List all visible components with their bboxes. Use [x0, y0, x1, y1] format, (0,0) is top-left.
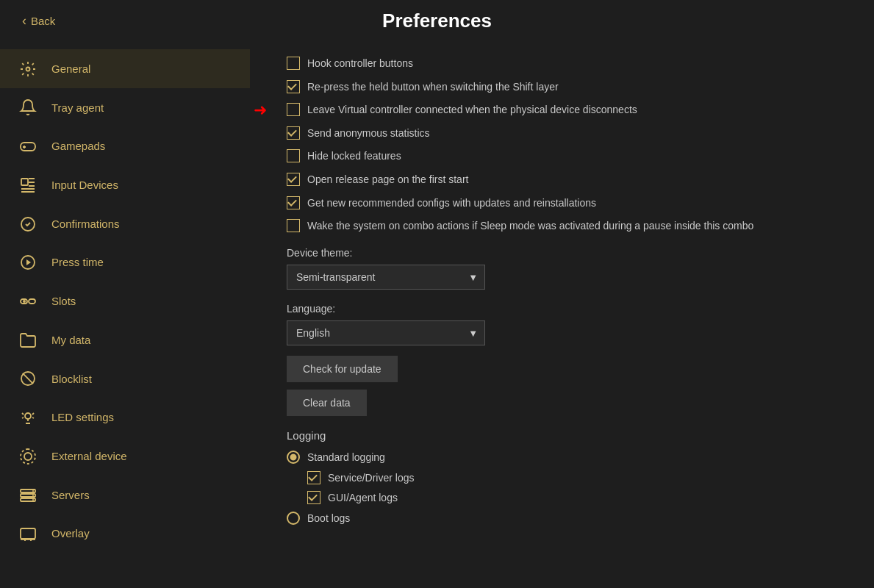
standard-logging-radio[interactable]	[287, 451, 300, 464]
checkbox-gui-logs: GUI/Agent logs	[307, 491, 837, 506]
sub-checkboxes: Service/Driver logs GUI/Agent logs	[307, 471, 837, 506]
checkbox-hide-locked-input[interactable]	[287, 149, 300, 162]
checkbox-gui-logs-label: GUI/Agent logs	[328, 491, 398, 506]
checkbox-wake-system: Wake the system on combo actions if Slee…	[287, 219, 837, 234]
svg-marker-5	[26, 259, 31, 265]
sidebar-item-input-devices-label: Input Devices	[51, 179, 118, 191]
overlay-icon	[18, 525, 38, 543]
checkbox-hook-controller-input[interactable]	[287, 57, 300, 70]
checkbox-get-new-configs-label: Get new recommended configs with updates…	[307, 196, 596, 211]
gamepads-icon	[18, 137, 38, 155]
checkbox-leave-virtual: ➜ Leave Virtual controller connected whe…	[287, 103, 837, 118]
device-theme-dropdown[interactable]: Semi-transparent Dark Light ▼	[287, 265, 485, 290]
checkbox-send-anon-label: Send anonymous statistics	[307, 126, 430, 141]
sidebar-item-blocklist[interactable]: Blocklist	[0, 359, 250, 398]
sidebar-item-gamepads-label: Gamepads	[51, 140, 105, 152]
sidebar-item-slots-label: Slots	[51, 295, 76, 307]
sidebar-item-servers[interactable]: Servers	[0, 476, 250, 514]
language-select[interactable]: English Russian German French	[287, 320, 485, 345]
sidebar-item-confirmations[interactable]: Confirmations	[0, 204, 250, 243]
device-theme-label: Device theme:	[287, 247, 837, 259]
boot-logs-radio-row: Boot logs	[287, 512, 837, 525]
boot-logs-radio[interactable]	[287, 512, 300, 525]
device-theme-select[interactable]: Semi-transparent Dark Light	[287, 265, 485, 290]
sidebar-item-external-device[interactable]: External device	[0, 437, 250, 476]
tray-agent-icon	[18, 98, 38, 117]
press-time-icon	[18, 254, 38, 272]
page-title: Preferences	[382, 10, 492, 32]
sidebar-item-tray-agent-label: Tray agent	[51, 101, 104, 114]
back-label: Back	[31, 15, 55, 27]
svg-rect-7	[29, 299, 35, 304]
sidebar-item-overlay[interactable]: Overlay	[0, 514, 250, 553]
input-devices-icon	[18, 176, 38, 194]
sidebar-item-led-settings[interactable]: LED settings	[0, 398, 250, 437]
svg-line-10	[23, 373, 33, 384]
standard-logging-label: Standard logging	[307, 451, 385, 463]
svg-point-16	[32, 490, 34, 492]
checkbox-service-logs: Service/Driver logs	[307, 471, 837, 486]
svg-rect-19	[21, 528, 35, 539]
standard-logging-radio-row: Standard logging	[287, 451, 837, 464]
sidebar-item-slots[interactable]: Slots	[0, 282, 250, 320]
sidebar-item-confirmations-label: Confirmations	[51, 218, 120, 230]
sidebar-item-external-device-label: External device	[51, 450, 127, 462]
boot-logs-label: Boot logs	[307, 512, 350, 524]
sidebar-item-my-data[interactable]: My data	[0, 320, 250, 359]
checkbox-service-logs-input[interactable]	[307, 471, 320, 484]
sidebar-item-general-label: General	[51, 62, 90, 75]
sidebar-item-overlay-label: Overlay	[51, 527, 90, 539]
sidebar-item-blocklist-label: Blocklist	[51, 373, 92, 385]
checkbox-send-anon: Send anonymous statistics	[287, 126, 837, 141]
led-settings-icon	[18, 408, 38, 426]
back-arrow-icon: ‹	[22, 13, 26, 29]
checkbox-leave-virtual-input[interactable]	[287, 103, 300, 116]
back-button[interactable]: ‹ Back	[22, 13, 55, 29]
general-icon	[18, 60, 38, 78]
checkbox-hide-locked-label: Hide locked features	[307, 149, 401, 164]
svg-point-8	[23, 300, 26, 303]
sidebar-item-my-data-label: My data	[51, 334, 90, 346]
sidebar: General Tray agent Gamepads	[0, 42, 250, 588]
svg-point-12	[24, 453, 32, 460]
content-area: Hook controller buttons Re-press the hel…	[250, 42, 874, 588]
language-label: Language:	[287, 303, 837, 315]
checkbox-hide-locked: Hide locked features	[287, 149, 837, 164]
checkbox-open-release-input[interactable]	[287, 173, 300, 186]
svg-point-18	[32, 499, 34, 501]
checkbox-gui-logs-input[interactable]	[307, 491, 320, 504]
checkbox-wake-system-input[interactable]	[287, 219, 300, 232]
checkbox-repress-held-label: Re-press the held button when switching …	[307, 80, 559, 95]
servers-icon	[18, 486, 38, 504]
checkbox-leave-virtual-label: Leave Virtual controller connected when …	[307, 103, 637, 118]
header: ‹ Back Preferences	[0, 0, 874, 42]
confirmations-icon	[18, 215, 38, 233]
checkbox-open-release: Open release page on the first start	[287, 173, 837, 187]
sidebar-item-press-time[interactable]: Press time	[0, 243, 250, 282]
checkbox-service-logs-label: Service/Driver logs	[328, 471, 414, 486]
sidebar-item-general[interactable]: General	[0, 49, 250, 88]
language-dropdown[interactable]: English Russian German French ▼	[287, 320, 485, 345]
svg-point-11	[25, 413, 31, 419]
svg-point-0	[26, 67, 30, 71]
sidebar-item-press-time-label: Press time	[51, 256, 104, 268]
checkbox-hook-controller-label: Hook controller buttons	[307, 57, 413, 71]
main-layout: General Tray agent Gamepads	[0, 42, 874, 588]
sidebar-item-input-devices[interactable]: Input Devices	[0, 165, 250, 204]
svg-point-17	[32, 495, 34, 496]
external-device-icon	[18, 447, 38, 465]
sidebar-item-led-settings-label: LED settings	[51, 411, 114, 423]
my-data-icon	[18, 331, 38, 349]
sidebar-item-tray-agent[interactable]: Tray agent	[0, 88, 250, 127]
checkbox-open-release-label: Open release page on the first start	[307, 173, 468, 187]
svg-rect-2	[21, 179, 28, 185]
sidebar-item-servers-label: Servers	[51, 489, 90, 501]
sidebar-item-gamepads[interactable]: Gamepads	[0, 126, 250, 165]
check-for-update-button[interactable]: Check for update	[287, 356, 398, 382]
checkbox-repress-held-input[interactable]	[287, 80, 300, 93]
clear-data-button[interactable]: Clear data	[287, 390, 367, 416]
checkboxes-container: Hook controller buttons Re-press the hel…	[287, 57, 837, 234]
checkbox-get-new-configs: Get new recommended configs with updates…	[287, 196, 837, 211]
checkbox-get-new-configs-input[interactable]	[287, 196, 300, 209]
checkbox-send-anon-input[interactable]	[287, 126, 300, 140]
